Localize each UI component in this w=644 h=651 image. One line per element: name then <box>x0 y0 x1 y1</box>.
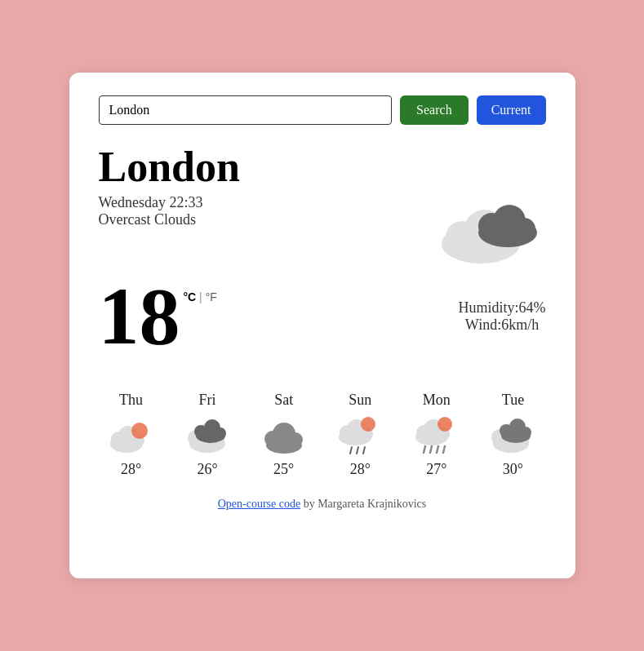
search-button[interactable]: Search <box>400 95 469 125</box>
forecast-temp-mon: 27° <box>426 461 446 478</box>
forecast-mon: Mon 27° <box>404 392 469 478</box>
svg-line-39 <box>430 446 432 453</box>
svg-point-24 <box>288 432 303 447</box>
forecast-day-name: Mon <box>423 392 451 409</box>
forecast-temp-thu: 28° <box>121 461 141 478</box>
forecast-icon-sun <box>335 415 384 454</box>
temperature-units: °C | °F <box>184 290 217 303</box>
forecast-tue: Tue 30° <box>480 392 545 478</box>
current-location-button[interactable]: Current <box>477 95 546 125</box>
svg-line-31 <box>357 447 358 454</box>
forecast-day-name: Thu <box>119 392 143 409</box>
forecast-temp-fri: 26° <box>197 461 217 478</box>
forecast-icon-sat <box>260 415 309 454</box>
unit-separator: | <box>199 290 202 303</box>
search-row: Search Current <box>99 95 546 125</box>
forecast-icon-thu <box>107 415 156 454</box>
svg-line-38 <box>424 446 425 453</box>
forecast-temp-sun: 28° <box>350 461 371 478</box>
city-name: London <box>99 143 546 191</box>
forecast-day-name: Fri <box>199 392 216 409</box>
forecast-temp-tue: 30° <box>503 461 523 478</box>
svg-line-40 <box>437 446 438 453</box>
footer: Open-course code by Margareta Krajnikovi… <box>99 498 546 511</box>
unit-fahrenheit[interactable]: °F <box>206 290 217 303</box>
svg-point-37 <box>437 417 452 432</box>
forecast-thu: Thu 28° <box>99 392 164 478</box>
wind-value: Wind:6km/h <box>459 317 546 334</box>
temperature-block: 18 °C | °F <box>99 276 217 357</box>
open-course-link[interactable]: Open-course code <box>218 498 300 510</box>
weather-description: Overcast Clouds <box>99 211 203 228</box>
svg-line-32 <box>363 447 365 454</box>
humidity-value: Humidity:64% <box>459 299 546 317</box>
forecast-icon-tue <box>488 415 537 454</box>
svg-point-29 <box>361 417 375 432</box>
forecast-day-name: Tue <box>502 392 524 409</box>
datetime: Wednesday 22:33 <box>99 194 203 211</box>
forecast-icon-mon <box>412 415 461 454</box>
forecast-day-name: Sun <box>349 392 371 409</box>
humidity-wind-block: Humidity:64% Wind:6km/h <box>459 299 546 334</box>
weather-card: Search Current London Wednesday 22:33 Ov… <box>69 73 575 578</box>
forecast-sun: Sun 28° <box>327 392 393 478</box>
attribution-text: by Margareta Krajnikovics <box>300 498 426 510</box>
forecast-row: Thu 28° Fri <box>99 383 546 478</box>
unit-celsius[interactable]: °C <box>184 290 197 303</box>
search-input[interactable] <box>99 95 393 125</box>
svg-line-30 <box>350 447 352 454</box>
temperature-value: 18 <box>99 276 180 357</box>
forecast-sat: Sat 25° <box>251 392 317 478</box>
main-weather-row: 18 °C | °F Humidity:64% Wind:6km/h <box>99 276 546 357</box>
forecast-fri: Fri 26° <box>175 392 240 478</box>
svg-point-49 <box>520 427 531 438</box>
svg-line-41 <box>443 446 445 453</box>
svg-point-12 <box>131 423 148 439</box>
svg-point-20 <box>215 427 226 439</box>
forecast-day-name: Sat <box>274 392 293 409</box>
forecast-icon-fri <box>183 415 232 454</box>
svg-point-7 <box>513 218 535 241</box>
main-weather-icon <box>432 194 546 268</box>
forecast-temp-sat: 25° <box>273 461 294 478</box>
